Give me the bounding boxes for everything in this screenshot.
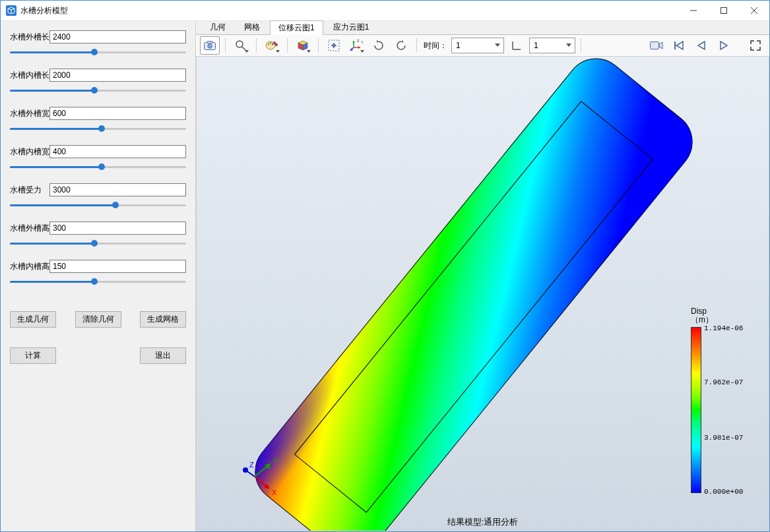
param-input[interactable]: [49, 30, 186, 44]
svg-point-11: [270, 42, 271, 44]
clear-geometry-button[interactable]: 清除几何: [75, 311, 121, 328]
snapshot-icon[interactable]: [200, 36, 220, 55]
svg-marker-19: [333, 46, 335, 48]
frame-select[interactable]: 1: [529, 38, 575, 53]
expand-icon[interactable]: [746, 36, 765, 55]
tab[interactable]: 应力云图1: [325, 20, 378, 34]
titlebar: 水槽分析模型: [1, 1, 769, 21]
param-group: 水槽外槽宽: [10, 107, 186, 133]
svg-rect-38: [243, 57, 705, 531]
axes-icon[interactable]: YZ: [346, 36, 366, 55]
param-input[interactable]: [49, 222, 186, 235]
svg-point-12: [272, 44, 273, 45]
svg-marker-31: [659, 42, 662, 49]
param-slider[interactable]: [10, 124, 186, 133]
param-label: 水槽外槽高: [10, 223, 49, 234]
param-label: 水槽内槽宽: [10, 146, 49, 158]
rotate-ccw-icon[interactable]: [391, 36, 411, 55]
window-title: 水槽分析模型: [20, 5, 68, 16]
param-group: 水槽内槽长: [10, 69, 186, 95]
param-label: 水槽内槽长: [10, 70, 49, 81]
svg-text:Z: Z: [357, 40, 360, 43]
record-icon[interactable]: [647, 36, 666, 55]
svg-point-10: [268, 44, 269, 45]
tab[interactable]: 几何: [201, 20, 234, 34]
svg-rect-1: [721, 8, 727, 14]
tab[interactable]: 网格: [236, 20, 269, 34]
svg-point-47: [243, 467, 248, 473]
param-group: 水槽内槽高: [10, 260, 186, 286]
palette-brush-icon[interactable]: [262, 36, 282, 55]
skip-first-icon[interactable]: [669, 36, 689, 55]
param-input[interactable]: [49, 107, 186, 120]
param-group: 水槽外槽长: [10, 30, 186, 57]
svg-rect-30: [651, 42, 659, 49]
fit-view-icon[interactable]: [324, 36, 344, 55]
param-label: 水槽受力: [10, 185, 49, 196]
legend-tick: 1.194e-06: [704, 324, 743, 332]
legend-tick: 7.962e-07: [704, 378, 743, 386]
parameter-panel: 水槽外槽长水槽内槽长水槽外槽宽水槽内槽宽水槽受力水槽外槽高水槽内槽高 生成几何 …: [1, 21, 196, 531]
rotate-cw-icon[interactable]: [369, 36, 389, 55]
legend-tick: 0.000e+00: [704, 488, 743, 496]
svg-point-6: [208, 44, 212, 48]
svg-text:X: X: [272, 488, 277, 496]
maximize-button[interactable]: [709, 1, 739, 20]
param-slider[interactable]: [10, 86, 186, 95]
play-icon[interactable]: [714, 36, 734, 55]
param-group: 水槽外槽高: [10, 222, 186, 248]
param-slider[interactable]: [10, 239, 186, 248]
svg-marker-33: [676, 42, 683, 49]
generate-geometry-button[interactable]: 生成几何: [10, 311, 56, 328]
param-slider[interactable]: [10, 277, 186, 286]
step-back-icon[interactable]: [691, 36, 711, 55]
time-label: 时间：: [424, 40, 447, 51]
time-select[interactable]: 1: [451, 38, 504, 53]
legend-colorbar: [691, 327, 701, 493]
param-group: 水槽内槽宽: [10, 145, 186, 171]
svg-marker-21: [358, 46, 360, 49]
app-window: 水槽分析模型 水槽外槽长水槽内槽长水槽外槽宽水槽内槽宽水槽受力水槽外槽高水槽内槽…: [0, 0, 770, 532]
color-cube-icon[interactable]: [293, 36, 313, 55]
zoom-icon[interactable]: [231, 36, 251, 55]
param-slider[interactable]: [10, 47, 186, 57]
exit-button[interactable]: 退出: [140, 347, 186, 364]
param-label: 水槽外槽宽: [10, 108, 49, 119]
param-input[interactable]: [49, 145, 186, 158]
svg-marker-34: [698, 42, 705, 49]
svg-text:Y: Y: [361, 40, 363, 44]
angle-icon[interactable]: [507, 36, 527, 55]
param-input[interactable]: [49, 183, 186, 196]
param-slider[interactable]: [10, 162, 186, 171]
svg-marker-35: [721, 42, 727, 49]
app-icon: [6, 5, 16, 16]
view-toolbar: YZ 时间： 1 1: [196, 35, 769, 57]
viewport-caption: 结果模型:通用分析: [197, 516, 769, 528]
svg-marker-28: [377, 40, 379, 43]
3d-viewport[interactable]: X Y Z Disp （m） 1.194e-06 7.962e-07: [196, 57, 769, 531]
generate-mesh-button[interactable]: 生成网格: [140, 311, 186, 328]
compute-button[interactable]: 计算: [10, 347, 56, 364]
minimize-button[interactable]: [678, 1, 709, 20]
svg-text:Z: Z: [249, 461, 254, 469]
legend-tick: 3.981e-07: [704, 434, 743, 442]
param-label: 水槽内槽高: [10, 261, 49, 272]
legend-title: Disp （m）: [691, 307, 757, 324]
svg-point-7: [236, 41, 243, 47]
orientation-triad: X Y Z: [241, 445, 294, 498]
param-group: 水槽受力: [10, 183, 186, 210]
color-legend: Disp （m） 1.194e-06 7.962e-07 3.981e-07 0…: [691, 307, 757, 493]
param-input[interactable]: [49, 260, 186, 273]
param-input[interactable]: [49, 69, 186, 82]
svg-text:Y: Y: [273, 457, 278, 465]
svg-marker-18: [333, 43, 335, 45]
tab[interactable]: 位移云图1: [270, 20, 323, 35]
close-button[interactable]: [739, 1, 769, 20]
param-slider[interactable]: [10, 200, 186, 210]
param-label: 水槽外槽长: [10, 32, 49, 43]
view-tabs: 几何网格位移云图1应力云图1: [196, 21, 769, 35]
svg-marker-29: [401, 40, 403, 43]
svg-rect-5: [207, 42, 212, 44]
svg-marker-23: [352, 41, 355, 43]
